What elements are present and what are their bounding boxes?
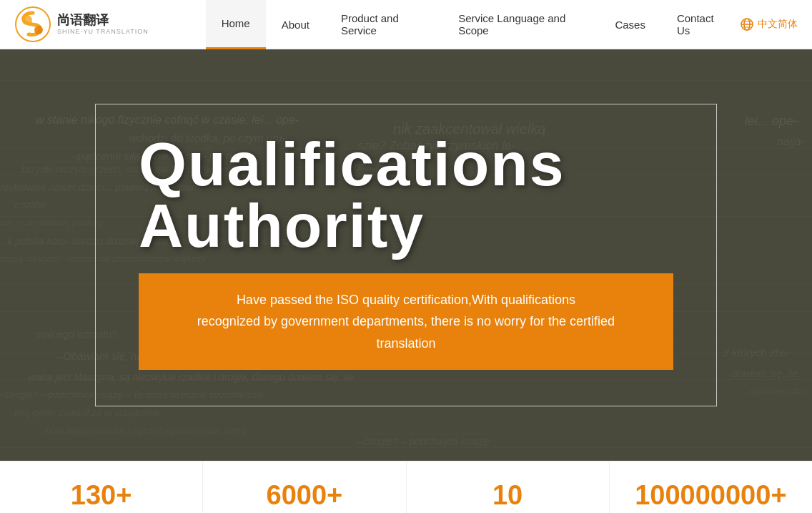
hero-content: Qualifications Authority Have passed the… <box>0 49 812 461</box>
lang-switch-label: 中文简体 <box>758 18 798 31</box>
logo-en: SHINE-YU TRANSLATION <box>57 28 149 36</box>
globe-icon <box>740 17 754 31</box>
stat-languages: 130+ Covering more than 130 languages ar… <box>0 461 203 513</box>
hero-banner-line2: recognized by government departments, th… <box>197 314 615 351</box>
nav-contact[interactable]: Contact Us <box>661 0 740 49</box>
hero-banner-line1: Have passed the ISO quality certificatio… <box>237 293 575 307</box>
stat-words-number: 100000000+ <box>635 482 786 509</box>
hero-section: w stanie nikogo fizycznie cofnąć w czasi… <box>0 49 812 461</box>
nav-home[interactable]: Home <box>206 0 266 49</box>
nav-cases[interactable]: Cases <box>599 0 661 49</box>
stat-languages-number: 130+ <box>71 482 132 509</box>
stat-fields-number: 10 <box>492 482 523 509</box>
language-switch[interactable]: 中文简体 <box>740 17 798 31</box>
hero-banner: Have passed the ISO quality certificatio… <box>139 273 673 371</box>
nav-product-service[interactable]: Product and Service <box>325 0 442 49</box>
stats-section: 130+ Covering more than 130 languages ar… <box>0 461 812 513</box>
stat-fields: 10 Professional translation in ten field… <box>407 461 610 513</box>
logo-cn: 尚语翻译 <box>57 13 149 29</box>
hero-banner-text: Have passed the ISO quality certificatio… <box>174 289 638 355</box>
svg-point-2 <box>34 26 43 34</box>
hero-frame: Qualifications Authority Have passed the… <box>95 104 717 407</box>
hero-title: Qualifications Authority <box>139 133 673 256</box>
stat-translators: 6000+ More than 6,000 commonly used prof… <box>203 461 406 513</box>
main-nav: Home About Product and Service Service L… <box>206 0 740 49</box>
logo-icon <box>14 6 51 43</box>
logo-text: 尚语翻译 SHINE-YU TRANSLATION <box>57 13 149 36</box>
svg-point-1 <box>22 15 32 25</box>
stat-translators-number: 6000+ <box>267 482 343 509</box>
nav-service-language[interactable]: Service Language and Scope <box>442 0 599 49</box>
nav-about[interactable]: About <box>266 0 325 49</box>
logo[interactable]: 尚语翻译 SHINE-YU TRANSLATION <box>14 6 149 43</box>
header: 尚语翻译 SHINE-YU TRANSLATION Home About Pro… <box>0 0 812 49</box>
stat-words: 100000000+ Experience accumulation of mo… <box>610 461 812 513</box>
